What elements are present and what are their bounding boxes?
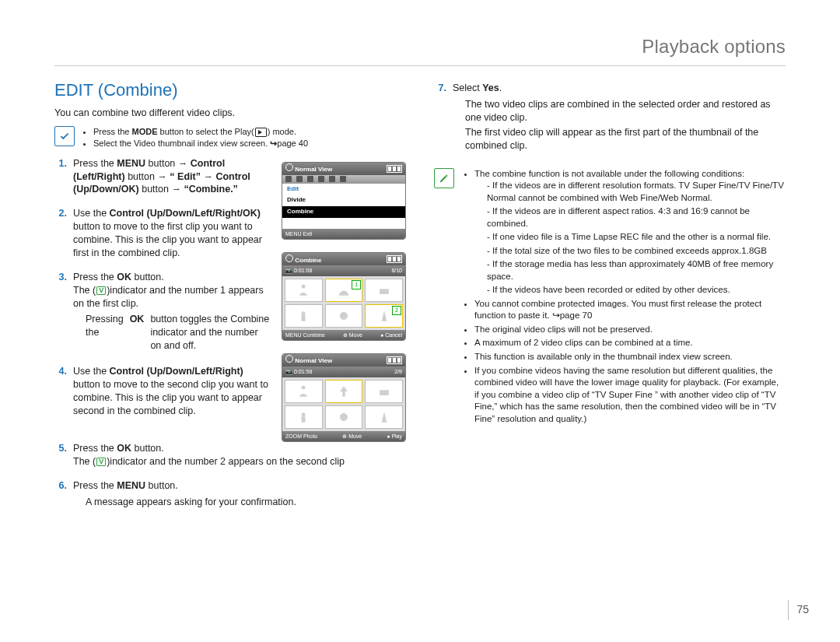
counter-label: 2/9 (394, 368, 402, 375)
extra-note-item: If you combine videos having the same re… (474, 365, 786, 426)
step-5: 5.Press the OK button.The (V)indicator a… (54, 442, 406, 468)
condition-item: If the videos have been recorded or edit… (487, 284, 786, 296)
condition-item: If the total size of the two files to be… (487, 245, 786, 258)
extra-note-item: You cannot combine protected images. You… (474, 298, 786, 322)
condition-item: If the videos are in different resolutio… (487, 180, 786, 204)
svg-rect-6 (380, 390, 389, 395)
right-column: 7. Select Yes. The two video clips are c… (434, 79, 786, 521)
manual-page: Playback options EDIT (Combine) You can … (0, 0, 840, 642)
mode-note-list: Press the MODE button to select the Play… (82, 126, 308, 149)
rec-icon (285, 355, 293, 363)
thumb-selected (325, 380, 363, 403)
mode-note-item: Select the Video thumbnail index view sc… (93, 138, 308, 149)
menu-exit-label: MENU Exit (285, 230, 312, 237)
step-list: 1.Press the MENU button → Control (Left/… (54, 157, 271, 418)
note-icon-check (54, 126, 75, 146)
mode-note: Press the MODE button to select the Play… (54, 126, 406, 149)
svg-point-9 (340, 413, 348, 421)
step-3: 3.Press the OK button.The (V)indicator a… (54, 271, 271, 354)
select-badge: 2 (392, 306, 401, 315)
condition-item: If the videos are in different aspect ra… (487, 205, 786, 230)
condition-item: If one video file is a Time Lapse REC fi… (487, 231, 786, 244)
step-list-lower: 5.Press the OK button.The (V)indicator a… (54, 442, 406, 510)
step-text-block: 1.Press the MENU button → Control (Left/… (54, 157, 271, 429)
section-heading: EDIT (Combine) (54, 79, 406, 102)
counter-label: 8/10 (391, 267, 402, 274)
step-list-right: 7. Select Yes. The two video clips are c… (434, 82, 786, 153)
intro-text: You can combine two different video clip… (54, 107, 406, 120)
extra-note-item: A maximum of 2 video clips can be combin… (474, 337, 786, 349)
header-rule (54, 65, 786, 66)
svg-rect-8 (302, 416, 306, 423)
rec-icon (285, 163, 293, 171)
rec-icon (285, 254, 293, 262)
note-lead: The combine function is not available un… (474, 168, 786, 296)
select-badge: 1 (352, 280, 361, 289)
pencil-note-icon (434, 168, 454, 188)
condition-list: If the videos are in different resolutio… (474, 180, 786, 296)
step-2: 2.Use the Control (Up/Down/Left/Right/OK… (54, 207, 271, 260)
figure-normal-view-menu: Normal View Edit Divide Combine MENU Exi… (282, 162, 406, 240)
left-column: EDIT (Combine) You can combine two diffe… (54, 79, 406, 521)
step-subitem: The first video clip will appear as the … (465, 126, 786, 153)
step-subitem: A message appears asking for your confir… (86, 496, 296, 509)
figure-combine-grid: Combine 📷 0:01:088/10 1 2 MENU Combine⊕ … (282, 252, 406, 341)
icon-toolbar (282, 175, 405, 184)
thumb (285, 304, 323, 328)
step-subitem: The two video clips are combined in the … (465, 98, 786, 125)
svg-point-0 (302, 284, 306, 288)
step-1: 1.Press the MENU button → Control (Left/… (54, 157, 271, 197)
extra-notes-list: You cannot combine protected images. You… (462, 298, 786, 425)
menu-divide: Divide (282, 195, 405, 206)
step-6: 6.Press the MENU button.A message appear… (54, 479, 406, 510)
mode-note-item: Press the MODE button to select the Play… (93, 126, 308, 138)
svg-point-4 (340, 312, 348, 320)
battery-icon (387, 165, 402, 173)
thumb-selected-1: 1 (325, 279, 363, 302)
condition-item: If the storage media has less than appro… (487, 258, 786, 282)
extra-note-item: This function is available only in the t… (474, 351, 786, 363)
thumbnail-grid: 1 2 (282, 276, 405, 330)
thumb (325, 304, 363, 328)
edit-label: Edit (282, 184, 405, 195)
duration-label: 📷 0:01:58 (285, 368, 312, 375)
foot-play: ● Play (387, 433, 402, 440)
thumb (365, 380, 403, 403)
thumb (285, 279, 323, 302)
steps-with-figures: 1.Press the MENU button → Control (Left/… (54, 157, 406, 443)
svg-point-5 (302, 385, 306, 389)
thumb (365, 279, 403, 302)
foot-combine: MENU Combine (285, 332, 325, 339)
foot-photo: ZOOM Photo (285, 433, 317, 440)
extra-note-item: The original video clips will not be pre… (474, 324, 786, 336)
foot-move: ⊕ Move (342, 433, 362, 440)
two-column-layout: EDIT (Combine) You can combine two diffe… (54, 79, 786, 521)
play-mode-icon (255, 128, 267, 137)
step-4: 4.Use the Control (Up/Down/Left/Right) b… (54, 365, 271, 418)
page-header-title: Playback options (54, 34, 786, 59)
thumb (285, 405, 323, 429)
thumb (325, 405, 363, 429)
page-number: 75 (788, 600, 809, 620)
thumbnail-grid (282, 377, 405, 431)
figure-column: Normal View Edit Divide Combine MENU Exi… (282, 162, 406, 443)
svg-point-2 (302, 311, 306, 315)
svg-rect-1 (380, 289, 389, 294)
svg-point-7 (302, 412, 306, 416)
duration-label: 📷 0:01:08 (285, 267, 312, 274)
menu-combine-selected: Combine (282, 206, 405, 218)
battery-icon (387, 356, 402, 364)
figure-normal-view-grid: Normal View 📷 0:01:582/9 ZOOM Photo⊕ Mov… (282, 353, 406, 442)
thumb-selected-2: 2 (365, 304, 403, 328)
battery-icon (387, 255, 402, 263)
thumb (285, 380, 323, 403)
foot-cancel: ● Cancel (380, 332, 402, 339)
step-subitem: Pressing the OK button toggles the Combi… (86, 313, 271, 353)
step-7: 7. Select Yes. The two video clips are c… (434, 82, 786, 153)
foot-move: ⊕ Move (343, 332, 362, 339)
thumb (365, 405, 403, 429)
caution-note: The combine function is not available un… (434, 168, 786, 426)
svg-rect-3 (302, 315, 306, 321)
